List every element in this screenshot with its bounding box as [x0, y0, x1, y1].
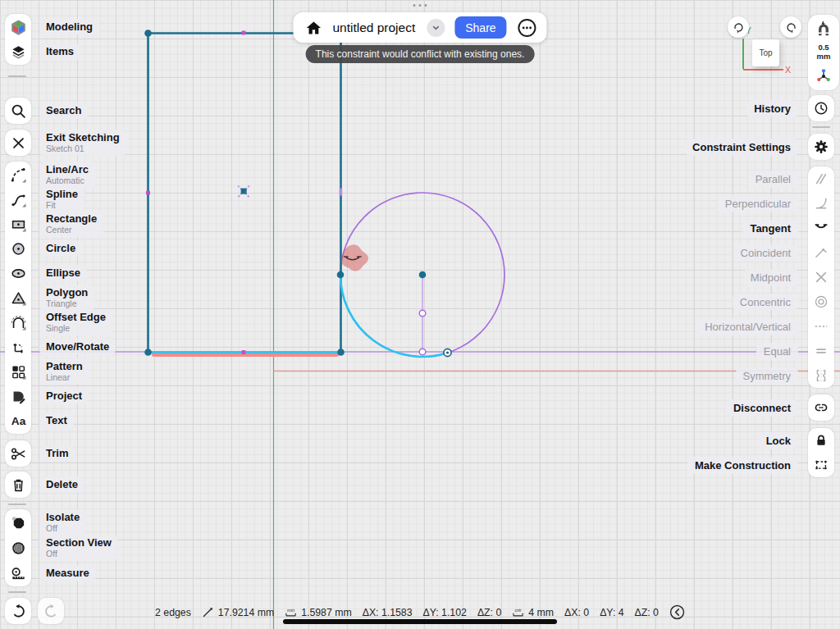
- snap-magnet-icon[interactable]: [810, 21, 837, 37]
- tool-label-group: SplineFit: [39, 186, 84, 212]
- tool-label-group: Move/Rotate: [39, 339, 116, 354]
- tool-label-group: Measure: [39, 565, 96, 581]
- tool-spline[interactable]: SplineFit: [5, 187, 84, 212]
- tool-offset-edge[interactable]: Offset EdgeSingle: [5, 310, 112, 335]
- multitask-indicator[interactable]: [413, 4, 427, 7]
- text-icon: Aa: [5, 413, 31, 429]
- constraint-concentric[interactable]: Concentric: [733, 289, 834, 314]
- history-icon: [808, 101, 834, 116]
- tool-ellipse[interactable]: Ellipse: [5, 261, 87, 285]
- constraint-label: Perpendicular: [718, 195, 798, 212]
- rotate-view-cw-button[interactable]: [728, 16, 749, 38]
- tool-text[interactable]: AaText: [5, 408, 74, 433]
- axis-x-line: [743, 69, 783, 71]
- toolbar-divider: [8, 591, 26, 593]
- tool-circle[interactable]: Circle: [5, 236, 82, 261]
- tool-label-group: RectangleCenter: [39, 211, 103, 237]
- tool-trim[interactable]: Trim: [5, 441, 75, 466]
- center-distance-value: 4 mm: [528, 607, 554, 618]
- tool-label: Trim: [46, 447, 68, 459]
- constraint-symmetry[interactable]: Symmetry: [736, 363, 835, 388]
- constraint-history[interactable]: History: [746, 96, 834, 121]
- tool-rectangle[interactable]: RectangleCenter: [5, 212, 103, 236]
- share-button[interactable]: Share: [454, 16, 506, 39]
- tool-label: Rectangle: [46, 212, 97, 225]
- lock-icon: [808, 433, 834, 448]
- tool-label-group: PolygonTriangle: [39, 285, 94, 311]
- tool-label: Items: [46, 45, 74, 57]
- tool-line-arc[interactable]: Line/ArcAutomatic: [5, 162, 95, 187]
- tool-project[interactable]: Project: [5, 384, 89, 408]
- horiz-vert-icon: [808, 319, 834, 334]
- svg-text:Aa: Aa: [11, 415, 25, 427]
- rotate-view-ccw-button[interactable]: [780, 16, 801, 38]
- constraint-perpendicular[interactable]: Perpendicular: [718, 191, 834, 216]
- tool-modeling[interactable]: Modeling: [5, 15, 99, 39]
- constraint-label: Midpoint: [743, 269, 798, 286]
- project-title[interactable]: untitled project: [332, 21, 415, 35]
- tangent-icon: [808, 221, 834, 235]
- constraint-make-construction[interactable]: Make Construction: [687, 453, 834, 477]
- tool-label: Polygon: [46, 286, 88, 299]
- svg-text:cntr: cntr: [515, 608, 522, 613]
- tool-move-rotate[interactable]: Move/Rotate: [5, 335, 116, 359]
- tool-delete[interactable]: Delete: [5, 472, 84, 497]
- redo-button[interactable]: [38, 598, 64, 624]
- view-cube-label: Top: [759, 48, 772, 57]
- toolbar-divider: [8, 504, 26, 505]
- tool-label: Measure: [46, 567, 89, 579]
- constraint-coincident[interactable]: Coincident: [733, 240, 834, 265]
- constraint-parallel[interactable]: Parallel: [748, 166, 834, 191]
- chevron-down-icon[interactable]: [427, 19, 445, 37]
- constraint-constraint-settings[interactable]: Constraint Settings: [685, 134, 834, 159]
- tool-measure[interactable]: Measure: [5, 561, 96, 586]
- constraint-horizontal-vertical[interactable]: Horizontal/Vertical: [697, 314, 834, 339]
- center-dy: ΔY: 4: [600, 607, 623, 618]
- constraint-label: Horizontal/Vertical: [697, 318, 798, 335]
- tool-search[interactable]: Search: [5, 98, 88, 123]
- tool-label: Isolate: [46, 511, 80, 523]
- constraint-label: Lock: [759, 432, 798, 449]
- circle-arc-selected[interactable]: [340, 275, 448, 357]
- more-options-icon[interactable]: [517, 17, 537, 38]
- tool-label: Project: [46, 390, 82, 402]
- tool-polygon[interactable]: PolygonTriangle: [5, 285, 94, 310]
- undo-button[interactable]: [5, 598, 31, 624]
- view-cube[interactable]: Top: [752, 39, 779, 66]
- section-view-icon: [5, 540, 31, 556]
- move-rotate-icon: [5, 340, 31, 355]
- tool-label-group: Text: [39, 412, 74, 428]
- tool-label-group: Ellipse: [39, 265, 87, 280]
- tool-pattern[interactable]: PatternLinear: [5, 359, 89, 384]
- constraint-equal[interactable]: Equal: [756, 339, 834, 363]
- constraint-midpoint[interactable]: Midpoint: [743, 265, 834, 289]
- orientation-gizmo-icon[interactable]: [810, 68, 837, 84]
- tool-sublabel: Linear: [46, 372, 83, 382]
- home-indicator[interactable]: [283, 619, 557, 624]
- equal-icon: [808, 344, 834, 358]
- tool-sublabel: Off: [46, 523, 80, 533]
- center-distance-icon: cntr: [512, 606, 524, 618]
- tool-isolate[interactable]: IsolateOff: [5, 510, 86, 535]
- tool-items[interactable]: Items: [5, 39, 80, 64]
- tool-exit-sketching[interactable]: Exit SketchingSketch 01: [5, 130, 126, 155]
- home-icon[interactable]: [304, 19, 322, 37]
- tool-label-group: Circle: [39, 240, 82, 256]
- constraint-lock[interactable]: Lock: [759, 428, 834, 453]
- delete-icon: [5, 477, 31, 493]
- tool-section-view[interactable]: Section ViewOff: [5, 536, 118, 560]
- symmetry-icon: [808, 368, 834, 383]
- coincident-point-marker[interactable]: [444, 349, 451, 356]
- rectangle-center-marker[interactable]: [238, 186, 249, 198]
- center-dx: ΔX: 0: [564, 607, 589, 618]
- isolate-icon: [5, 515, 31, 531]
- toolbar-divider: [812, 126, 830, 128]
- line-arc-icon: [5, 167, 31, 183]
- sketch-points[interactable]: [144, 30, 426, 356]
- constraint-disconnect[interactable]: Disconnect: [726, 395, 834, 420]
- grid-spacing-value[interactable]: 0.5 mm: [817, 43, 831, 62]
- constraint-label: Symmetry: [736, 367, 799, 385]
- collapse-statusbar-button[interactable]: [669, 604, 685, 620]
- constraint-tangent[interactable]: Tangent: [742, 216, 834, 240]
- perpendicular-icon: [808, 196, 834, 211]
